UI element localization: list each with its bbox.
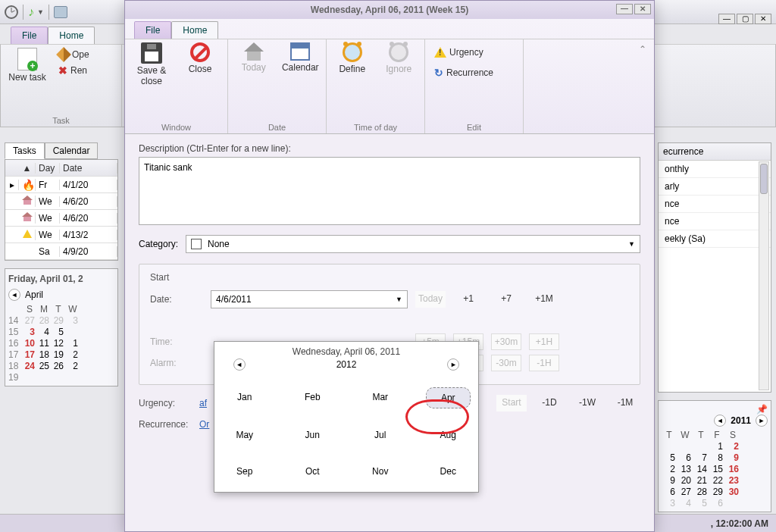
recurrence-link[interactable]: Or <box>199 419 209 430</box>
dialog-close-button[interactable]: ✕ <box>634 4 651 14</box>
month-jul[interactable]: Jul <box>358 425 403 445</box>
prev-year-button[interactable]: ◄ <box>233 358 246 371</box>
clock-icon[interactable] <box>5 5 18 19</box>
today-button[interactable]: Today <box>234 42 274 73</box>
open-button[interactable]: Ope <box>55 48 92 61</box>
fire-icon: 🔥 <box>22 179 35 191</box>
ignore-label: Ignore <box>386 64 411 74</box>
mini-cal-grid-right[interactable]: TWTFS12567892131415169202122236272829303… <box>662 430 768 509</box>
minimize-button[interactable]: — <box>718 14 735 24</box>
remove-button[interactable]: ✖ Ren <box>55 63 92 78</box>
prev-year-button[interactable]: ◄ <box>714 415 726 427</box>
table-row[interactable]: We4/6/20 <box>5 210 117 227</box>
recurrence-button[interactable]: ↻ Recurrence <box>431 65 496 80</box>
month-jun[interactable]: Jun <box>290 425 336 445</box>
printer-icon[interactable] <box>54 6 67 18</box>
category-swatch <box>191 239 202 249</box>
chevron-down-icon: ▼ <box>396 296 402 303</box>
alarm-clock-icon <box>343 42 362 62</box>
start-quick-button[interactable]: Start <box>496 395 527 412</box>
list-item[interactable]: nce <box>659 196 771 213</box>
urgency-link[interactable]: af <box>199 398 207 408</box>
year-label: 2011 <box>731 415 751 426</box>
table-row[interactable]: We4/13/2 <box>5 227 117 243</box>
minus1m-button[interactable]: -1M <box>610 395 640 412</box>
col-sort[interactable]: ▲ <box>19 163 36 174</box>
list-item[interactable]: onthly <box>659 161 771 178</box>
scrollbar[interactable] <box>759 161 769 390</box>
dialog-minimize-button[interactable]: — <box>616 4 633 14</box>
month-feb[interactable]: Feb <box>290 387 336 408</box>
window-buttons: — ▢ ✕ <box>718 14 771 24</box>
month-picker-date: Wednesday, April 06, 2011 <box>222 346 471 357</box>
list-item[interactable]: nce <box>659 213 771 230</box>
save-close-button[interactable]: Save & close <box>131 42 172 86</box>
group-time-label: Time of day <box>333 121 418 132</box>
tab-home[interactable]: Home <box>48 27 95 44</box>
table-row[interactable]: ▸🔥Fr4/1/20 <box>5 177 117 193</box>
separator <box>48 5 49 20</box>
list-item[interactable]: eekly (Sa) <box>659 230 771 248</box>
month-apr[interactable]: Apr <box>426 387 471 408</box>
scrollbar-thumb[interactable] <box>760 164 768 194</box>
close-button[interactable]: ✕ <box>755 14 771 24</box>
tab-file[interactable]: File <box>11 27 48 44</box>
dialog-ribbon: ⌃ Save & close Close Window <box>125 39 654 134</box>
ribbon-group-label-task: Task <box>7 114 115 125</box>
tasks-grid[interactable]: ▲ Day Date ▸🔥Fr4/1/20We4/6/20We4/6/20We4… <box>5 159 118 261</box>
recurrence-label: Recurrence <box>446 67 493 78</box>
picker-year: 2012 <box>336 359 357 370</box>
minus1w-button[interactable]: -1W <box>572 395 602 412</box>
dialog-tab-file[interactable]: File <box>134 21 171 39</box>
ignore-button[interactable]: Ignore <box>380 42 419 74</box>
month-mar[interactable]: Mar <box>358 387 403 408</box>
month-jan[interactable]: Jan <box>222 387 268 408</box>
category-select[interactable]: None ▼ <box>186 235 640 253</box>
tab-calendar[interactable]: Calendar <box>45 142 99 159</box>
close-button[interactable]: Close <box>180 42 221 74</box>
category-label: Category: <box>139 239 178 249</box>
pin-icon[interactable]: 📌 <box>756 404 768 415</box>
recurrence-field-label: Recurrence: <box>139 419 192 430</box>
plus1m-button[interactable]: +1M <box>529 291 559 308</box>
next-year-button[interactable]: ► <box>756 415 768 427</box>
mini-cal-title: Friday, April 01, 2 <box>8 272 114 289</box>
maximize-button[interactable]: ▢ <box>737 14 753 24</box>
collapse-ribbon-button[interactable]: ⌃ <box>639 44 646 55</box>
new-task-button[interactable]: New task <box>7 48 48 83</box>
grid-header: ▲ Day Date <box>5 160 117 177</box>
define-button[interactable]: Define <box>333 42 372 74</box>
month-sep[interactable]: Sep <box>222 462 268 481</box>
today-quick-button[interactable]: Today <box>415 291 446 308</box>
plus7-button[interactable]: +7 <box>491 291 521 308</box>
description-label: Description (Ctrl-Enter for a new line): <box>139 143 640 154</box>
minus1d-button[interactable]: -1D <box>534 395 565 412</box>
prev-month-button[interactable]: ◄ <box>8 289 20 301</box>
col-date[interactable]: Date <box>60 163 117 174</box>
table-row[interactable]: Sa4/9/20 <box>5 243 117 260</box>
calendar-button[interactable]: Calendar <box>281 42 321 73</box>
recurrence-icon: ↻ <box>434 67 443 79</box>
mini-cal-grid[interactable]: SMTW142728293153451610111211717181921824… <box>8 304 114 383</box>
status-time: , 12:02:00 AM <box>711 518 768 529</box>
urgency-button[interactable]: Urgency <box>431 45 496 59</box>
tab-tasks[interactable]: Tasks <box>5 142 45 159</box>
table-row[interactable]: We4/6/20 <box>5 193 117 210</box>
dialog-tab-home[interactable]: Home <box>171 21 218 39</box>
list-item[interactable]: arly <box>659 178 771 196</box>
urgency-field-label: Urgency: <box>139 398 192 408</box>
col-day[interactable]: Day <box>36 163 60 174</box>
recurrence-list[interactable]: ecurrence onthlyarlyncenceeekly (Sa) <box>658 142 771 393</box>
month-may[interactable]: May <box>222 425 268 445</box>
month-nov[interactable]: Nov <box>358 462 403 481</box>
plus1-button[interactable]: +1 <box>453 291 483 308</box>
date-dropdown[interactable]: 4/6/2011 ▼ <box>211 290 408 308</box>
dialog-titlebar: Wednesday, April 06, 2011 (Week 15) — ✕ <box>125 1 654 19</box>
month-dec[interactable]: Dec <box>426 462 471 481</box>
month-oct[interactable]: Oct <box>290 462 336 481</box>
month-aug[interactable]: Aug <box>426 425 471 445</box>
description-input[interactable] <box>139 157 640 225</box>
chevron-down-icon[interactable]: ▼ <box>37 8 44 16</box>
music-note-icon[interactable]: ♪ <box>28 5 34 19</box>
next-year-button[interactable]: ► <box>447 358 459 371</box>
